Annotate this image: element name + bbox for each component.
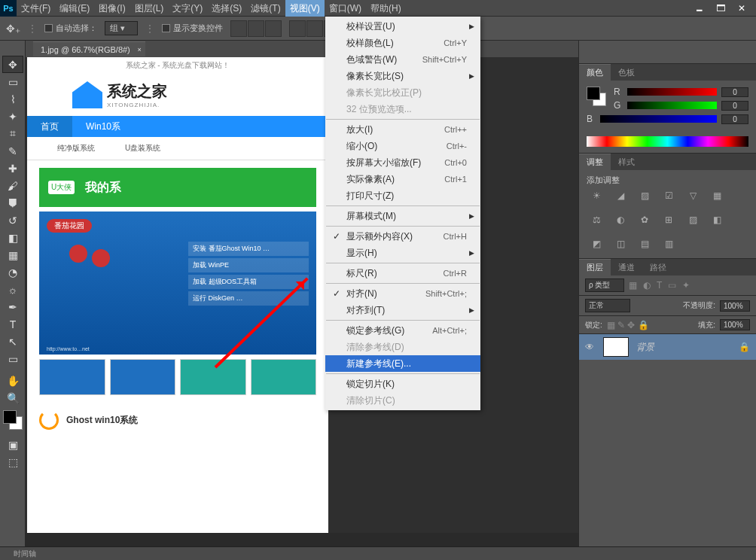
- opacity-input[interactable]: 100%: [720, 300, 750, 312]
- menu-8[interactable]: 窗口(W): [325, 0, 366, 17]
- document-tab[interactable]: 1.jpg @ 66.7%(RGB/8#)×: [33, 41, 145, 56]
- auto-select-dropdown[interactable]: 组 ▾: [105, 21, 138, 35]
- color-tab[interactable]: 颜色: [579, 64, 611, 81]
- app-icon: Ps: [0, 0, 17, 17]
- layer-name: 背景: [636, 341, 654, 354]
- menu-item-16[interactable]: 显示(H)▶: [325, 245, 480, 261]
- menu-item-18[interactable]: 标尺(R)Ctrl+R: [325, 265, 480, 282]
- menu-item-2[interactable]: 色域警告(W)Shift+Ctrl+Y: [325, 51, 480, 68]
- menubar: 文件(F)编辑(E)图像(I)图层(L)文字(Y)选择(S)滤镜(T)视图(V)…: [17, 0, 685, 17]
- history-brush-tool[interactable]: ↺: [2, 212, 23, 229]
- menu-item-0[interactable]: 校样设置(U)▶: [325, 18, 480, 35]
- menu-item-28: 清除切片(C): [325, 392, 480, 409]
- menu-0[interactable]: 文件(F): [17, 0, 55, 17]
- menu-5[interactable]: 选择(S): [207, 0, 246, 17]
- auto-select-checkbox[interactable]: 自动选择：: [44, 23, 97, 34]
- screenmode-button[interactable]: ⬚: [2, 453, 23, 470]
- menu-item-5: 32 位预览选项...: [325, 101, 480, 117]
- menu-item-13[interactable]: 屏幕模式(M)▶: [325, 208, 480, 224]
- close-tab-icon[interactable]: ×: [138, 46, 142, 53]
- r-input[interactable]: 0: [721, 87, 748, 97]
- menu-item-27[interactable]: 锁定切片(K): [325, 376, 480, 392]
- zoom-tool[interactable]: 🔍: [2, 389, 23, 406]
- blur-tool[interactable]: ◔: [2, 263, 23, 281]
- eraser-tool[interactable]: ◧: [2, 229, 23, 246]
- site-logo-icon: [72, 81, 102, 108]
- menu-item-25[interactable]: 新建参考线(E)...: [325, 355, 480, 372]
- marquee-tool[interactable]: ▭: [2, 73, 23, 90]
- menu-6[interactable]: 滤镜(T): [246, 0, 285, 17]
- b-slider[interactable]: [600, 115, 717, 123]
- menu-3[interactable]: 图层(L): [130, 0, 169, 17]
- swatches-tab[interactable]: 色板: [611, 65, 642, 81]
- page-breadcrumb: 系统之家 - 系统光盘下载网站！: [27, 57, 328, 74]
- r-slider[interactable]: [627, 88, 717, 96]
- hand-tool[interactable]: ✋: [2, 372, 23, 389]
- styles-tab[interactable]: 样式: [611, 154, 642, 170]
- layer-filter-kind[interactable]: ρ 类型: [585, 278, 624, 292]
- b-input[interactable]: 0: [721, 114, 748, 124]
- colors-swatch[interactable]: [2, 411, 23, 428]
- adjustments-tab[interactable]: 调整: [579, 154, 611, 170]
- menu-item-4: 像素长宽比校正(P): [325, 84, 480, 101]
- maximize-button[interactable]: 🗖: [714, 3, 727, 14]
- healing-tool[interactable]: ✚: [2, 160, 23, 177]
- channels-tab[interactable]: 通道: [611, 260, 642, 275]
- minimize-button[interactable]: 🗕: [693, 3, 706, 14]
- eyedropper-tool[interactable]: ✎: [2, 142, 23, 160]
- spectrum-picker[interactable]: [587, 136, 748, 147]
- site-logo-text: 系统之家: [107, 81, 167, 102]
- close-button[interactable]: ✕: [735, 3, 748, 14]
- color-panel: 颜色 色板 R0 G0 B0: [579, 63, 756, 153]
- stamp-tool[interactable]: ⛊: [2, 194, 23, 212]
- g-slider[interactable]: [627, 102, 717, 109]
- align-icons[interactable]: [230, 20, 282, 37]
- menu-item-11[interactable]: 打印尺寸(Z): [325, 187, 480, 204]
- menu-item-24: 清除参考线(D): [325, 339, 480, 355]
- path-select-tool[interactable]: ↖: [2, 333, 23, 350]
- menu-2[interactable]: 图像(I): [94, 0, 130, 17]
- window-controls: 🗕 🗖 ✕: [685, 3, 756, 14]
- lasso-tool[interactable]: ⌇: [2, 90, 23, 108]
- brush-tool[interactable]: 🖌: [2, 177, 23, 194]
- move-tool-icon: ✥₊: [6, 23, 20, 35]
- menu-item-3[interactable]: 像素长宽比(S)▶: [325, 68, 480, 84]
- adjustment-presets[interactable]: ☀◢▨☑▽ ▦⚖◐✿⊞ ▨◧◩◫▤▥: [579, 190, 756, 252]
- visibility-toggle-icon[interactable]: 👁: [585, 342, 596, 352]
- menu-item-15[interactable]: ✓显示额外内容(X)Ctrl+H: [325, 228, 480, 245]
- dodge-tool[interactable]: ☼: [2, 281, 23, 298]
- menu-9[interactable]: 帮助(H): [366, 0, 406, 17]
- menu-item-23[interactable]: 锁定参考线(G)Alt+Ctrl+;: [325, 322, 480, 339]
- menu-item-21[interactable]: 对齐到(T)▶: [325, 302, 480, 318]
- menu-item-9[interactable]: 按屏幕大小缩放(F)Ctrl+0: [325, 154, 480, 171]
- menu-item-8[interactable]: 缩小(O)Ctrl+-: [325, 138, 480, 154]
- menu-item-20[interactable]: ✓对齐(N)Shift+Ctrl+;: [325, 285, 480, 302]
- menu-7[interactable]: 视图(V): [285, 0, 325, 17]
- menu-4[interactable]: 文字(Y): [168, 0, 207, 17]
- type-tool[interactable]: T: [2, 315, 23, 333]
- menu-1[interactable]: 编辑(E): [55, 0, 94, 17]
- magic-wand-tool[interactable]: ✦: [2, 108, 23, 125]
- move-tool[interactable]: ✥: [2, 56, 23, 73]
- gradient-tool[interactable]: ▦: [2, 246, 23, 263]
- canvas[interactable]: 系统之家 - 系统光盘下载网站！ 系统之家 XITONGZHIJIA. 首页Wi…: [27, 57, 328, 533]
- shape-tool[interactable]: ▭: [2, 350, 23, 367]
- fill-input[interactable]: 100%: [720, 319, 750, 330]
- pen-tool[interactable]: ✒: [2, 298, 23, 315]
- timeline-tab[interactable]: 时间轴: [14, 549, 36, 559]
- g-input[interactable]: 0: [721, 101, 748, 111]
- bottom-bar: 时间轴: [0, 546, 756, 560]
- quickmask-button[interactable]: ▣: [2, 436, 23, 453]
- blend-mode-select[interactable]: 正常: [585, 299, 630, 312]
- show-transform-checkbox[interactable]: 显示变换控件: [162, 23, 223, 34]
- titlebar: Ps 文件(F)编辑(E)图像(I)图层(L)文字(Y)选择(S)滤镜(T)视图…: [0, 0, 756, 17]
- crop-tool[interactable]: ⌗: [2, 125, 23, 142]
- menu-item-10[interactable]: 实际像素(A)Ctrl+1: [325, 171, 480, 187]
- adjustments-panel: 调整 样式 添加调整 ☀◢▨☑▽ ▦⚖◐✿⊞ ▨◧◩◫▤▥: [579, 153, 756, 258]
- paths-tab[interactable]: 路径: [642, 260, 674, 275]
- tool-palette: ✥ ▭ ⌇ ✦ ⌗ ✎ ✚ 🖌 ⛊ ↺ ◧ ▦ ◔ ☼ ✒ T ↖ ▭ ✋ 🔍 …: [0, 41, 26, 546]
- menu-item-7[interactable]: 放大(I)Ctrl++: [325, 121, 480, 138]
- menu-item-1[interactable]: 校样颜色(L)Ctrl+Y: [325, 35, 480, 51]
- layers-tab[interactable]: 图层: [579, 259, 611, 275]
- layer-row[interactable]: 👁 背景 🔒: [579, 334, 756, 360]
